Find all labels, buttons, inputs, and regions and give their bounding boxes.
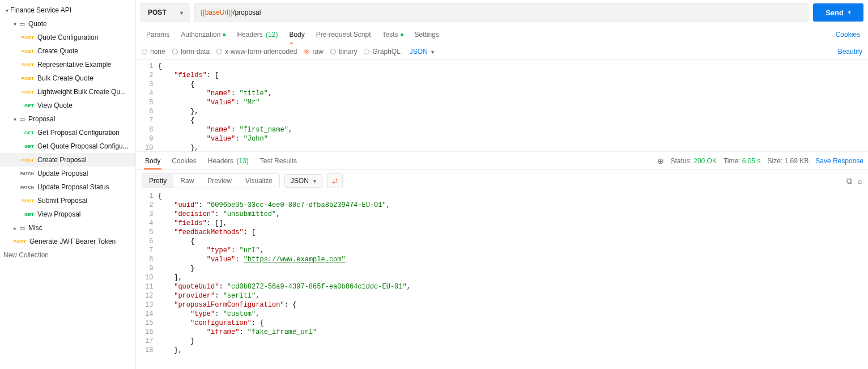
request-url-input[interactable]: {{baseUrl}}/proposal xyxy=(194,3,809,22)
send-button[interactable]: Send ▾ xyxy=(813,3,863,22)
cookies-link[interactable]: Cookies xyxy=(836,31,860,39)
search-icon[interactable]: ⌕ xyxy=(858,176,862,186)
time-label: Time: 6.05 s xyxy=(724,157,761,165)
new-collection-label: New Collection xyxy=(3,251,49,259)
request-item[interactable]: POSTBulk Create Quote xyxy=(0,71,135,85)
body-type-raw[interactable]: raw xyxy=(304,48,323,56)
method-badge: POST xyxy=(19,76,34,81)
request-item[interactable]: PATCHUpdate Proposal xyxy=(0,167,135,180)
collection-root-label: Finance Service API xyxy=(10,6,71,14)
response-language-select[interactable]: JSON ▾ xyxy=(284,174,322,188)
method-badge: POST xyxy=(19,49,34,54)
request-item[interactable]: POSTCreate Proposal xyxy=(0,153,135,167)
method-badge: POST xyxy=(19,158,34,163)
folder-icon xyxy=(18,224,26,232)
http-method-select[interactable]: POST ▾ xyxy=(141,3,190,22)
method-badge: POST xyxy=(19,35,34,40)
resp-tab-cookies[interactable]: Cookies xyxy=(167,153,201,169)
view-preview[interactable]: Preview xyxy=(201,174,239,188)
view-raw[interactable]: Raw xyxy=(173,174,201,188)
url-variable: {{baseUrl}} xyxy=(201,9,233,16)
response-tabs: Body Cookies Headers (13) Test Results ⊕… xyxy=(136,152,868,170)
tab-params[interactable]: Params xyxy=(141,26,175,43)
tab-settings[interactable]: Settings xyxy=(409,26,445,43)
request-item[interactable]: GETView Quote xyxy=(0,99,135,112)
request-item[interactable]: POSTQuote Configuration xyxy=(0,31,135,44)
folder-icon xyxy=(18,20,26,28)
method-badge: PATCH xyxy=(19,185,34,189)
url-path: /proposal xyxy=(233,9,261,16)
method-badge: GET xyxy=(19,144,34,149)
request-item[interactable]: GETGet Proposal Configuration xyxy=(0,126,135,139)
tab-headers[interactable]: Headers (12) xyxy=(231,26,283,43)
status-value: 200 OK xyxy=(693,157,717,165)
resp-tab-test-results[interactable]: Test Results xyxy=(256,153,301,169)
folder-icon xyxy=(18,116,26,123)
request-item[interactable]: GETView Proposal xyxy=(0,207,135,221)
resp-tab-headers[interactable]: Headers (13) xyxy=(203,153,253,169)
method-badge: GET xyxy=(19,103,34,108)
response-toolbar: Pretty Raw Preview Visualize JSON ▾ ⇄ ⧉ … xyxy=(136,170,868,192)
request-tabs: Params Authorization Headers (12) Body P… xyxy=(136,25,868,44)
line-gutter: 12345678910 xyxy=(141,62,158,149)
method-badge: POST xyxy=(19,90,34,95)
chevron-down-icon: ▾ xyxy=(3,7,10,14)
chevron-down-icon: ▾ xyxy=(431,49,434,55)
body-type-row: none form-data x-www-form-urlencoded raw… xyxy=(136,44,868,60)
body-type-form-data[interactable]: form-data xyxy=(172,48,210,56)
request-item[interactable]: GETGet Quote Proposal Configu... xyxy=(0,139,135,153)
response-body-viewer[interactable]: 123456789101112131415161718 { "uuid": "6… xyxy=(136,192,868,369)
status-label: Status: 200 OK xyxy=(671,157,717,165)
http-method-value: POST xyxy=(148,9,167,16)
request-item[interactable]: POSTGenerate JWT Bearer Token xyxy=(0,235,135,248)
save-response-link[interactable]: Save Response xyxy=(815,157,863,165)
main-panel: POST ▾ {{baseUrl}}/proposal Send ▾ Param… xyxy=(136,0,868,369)
method-badge: POST xyxy=(11,239,26,244)
send-button-label: Send xyxy=(826,9,844,17)
chevron-down-icon: ▾ xyxy=(11,21,18,27)
chevron-down-icon: ▾ xyxy=(848,10,851,15)
method-badge: POST xyxy=(19,62,34,67)
body-type-binary[interactable]: binary xyxy=(330,48,358,56)
request-body-editor[interactable]: 12345678910 { "fields": [ { "name": "tit… xyxy=(136,60,868,152)
time-value: 6.05 s xyxy=(742,157,761,165)
body-type-none[interactable]: none xyxy=(142,48,165,56)
method-badge: POST xyxy=(19,198,34,203)
body-type-urlencoded[interactable]: x-www-form-urlencoded xyxy=(216,48,297,56)
wrap-lines-icon[interactable]: ⇄ xyxy=(327,173,343,188)
chevron-down-icon: ▾ xyxy=(313,178,316,184)
resp-tab-body[interactable]: Body xyxy=(141,153,165,169)
request-item[interactable]: PATCHUpdate Proposal Status xyxy=(0,180,135,194)
raw-language-select[interactable]: JSON ▾ xyxy=(410,48,434,56)
method-badge: PATCH xyxy=(19,172,34,176)
new-collection[interactable]: New Collection xyxy=(0,248,135,262)
chevron-down-icon: ▾ xyxy=(180,10,183,16)
collection-root[interactable]: ▾ Finance Service API xyxy=(0,3,135,17)
copy-icon[interactable]: ⧉ xyxy=(846,176,852,186)
chevron-down-icon: ▾ xyxy=(11,116,18,122)
request-url-bar: POST ▾ {{baseUrl}}/proposal Send ▾ xyxy=(136,0,868,25)
code-lines: { "uuid": "6096be05-33cc-4ee0-80c7-dfba8… xyxy=(158,192,863,367)
body-type-graphql[interactable]: GraphQL xyxy=(364,48,400,56)
view-visualize[interactable]: Visualize xyxy=(239,174,279,188)
code-lines: { "fields": [ { "name": "title", "value"… xyxy=(158,62,863,149)
view-pretty[interactable]: Pretty xyxy=(142,174,173,188)
request-item[interactable]: POSTRepresentative Example xyxy=(0,58,135,71)
tab-tests[interactable]: Tests xyxy=(377,26,409,43)
chevron-right-icon: ▸ xyxy=(11,225,18,231)
method-badge: GET xyxy=(19,212,34,217)
folder-misc[interactable]: ▸Misc xyxy=(0,221,135,235)
globe-icon[interactable]: ⊕ xyxy=(657,156,664,166)
folder-quote[interactable]: ▾Quote xyxy=(0,17,135,31)
request-item[interactable]: POSTSubmit Proposal xyxy=(0,194,135,207)
tab-body[interactable]: Body xyxy=(283,26,310,43)
request-item[interactable]: POSTLightweight Bulk Create Qu... xyxy=(0,85,135,99)
tab-prerequest[interactable]: Pre-request Script xyxy=(310,26,377,43)
beautify-link[interactable]: Beautify xyxy=(838,48,862,56)
collections-sidebar: ▾ Finance Service API ▾QuotePOSTQuote Co… xyxy=(0,0,136,369)
request-item[interactable]: POSTCreate Quote xyxy=(0,44,135,58)
size-label: Size: 1.69 KB xyxy=(768,157,809,165)
folder-proposal[interactable]: ▾Proposal xyxy=(0,112,135,126)
tab-authorization[interactable]: Authorization xyxy=(175,26,231,43)
method-badge: GET xyxy=(19,130,34,135)
